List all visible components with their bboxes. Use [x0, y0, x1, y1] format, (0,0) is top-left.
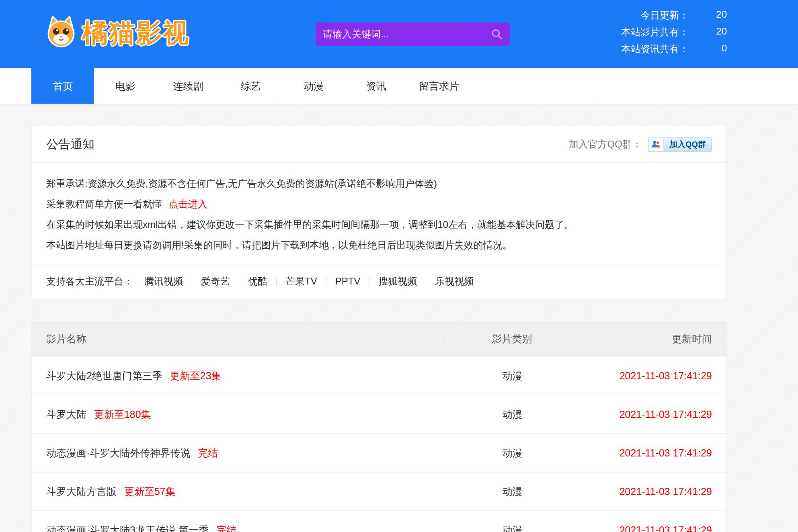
movie-title-link[interactable]: 斗罗大陆 — [46, 409, 86, 420]
search-icon[interactable] — [491, 28, 503, 40]
movie-update-time: 2021-11-03 17:41:29 — [579, 447, 712, 459]
stat-label: 本站影片共有： — [621, 26, 689, 39]
table-header: 影片名称 影片类别 更新时间 — [32, 322, 726, 356]
platform-row: 支持各大主流平台： 腾讯视频 爱奇艺 优酷 芒果TV PPTV 搜狐视频 乐视视… — [32, 264, 726, 298]
stat-today-updates: 今日更新： 20 — [598, 9, 727, 22]
nav-item-home[interactable]: 首页 — [31, 68, 94, 104]
notice-title: 公告通知 — [46, 136, 94, 153]
stat-value: 20 — [689, 9, 727, 22]
divider — [426, 277, 426, 286]
header-update-time: 更新时间 — [579, 332, 712, 346]
notice-line: 郑重承诺:资源永久免费,资源不含任何广告,无广告永久免费的资源站(承诺绝不影响用… — [46, 173, 712, 194]
nav-item-movies[interactable]: 电影 — [94, 68, 157, 104]
stat-label: 本站资讯共有： — [621, 43, 689, 55]
table-row: 斗罗大陆 更新至180集 动漫 2021-11-03 17:41:29 — [32, 395, 726, 433]
divider — [369, 277, 369, 286]
platform-link-youku[interactable]: 优酷 — [248, 275, 267, 288]
collection-tutorial-link[interactable]: 点击进入 — [169, 198, 207, 209]
nav-item-series[interactable]: 连续剧 — [157, 68, 220, 104]
table-row: 斗罗大陆2绝世唐门第三季 更新至23集 动漫 2021-11-03 17:41:… — [32, 356, 726, 395]
logo-text: 橘猫影视 — [82, 16, 190, 51]
qq-button-label: 加入QQ群 — [664, 137, 712, 151]
movie-status: 完结 — [198, 447, 218, 458]
movie-status: 更新至23集 — [170, 370, 222, 381]
join-qq-button[interactable]: 加入QQ群 — [648, 137, 712, 151]
stat-value: 20 — [689, 26, 727, 39]
notice-body: 郑重承诺:资源永久免费,资源不含任何广告,无广告永久免费的资源站(承诺绝不影响用… — [32, 163, 726, 264]
search-bar — [316, 23, 510, 46]
movie-title-link[interactable]: 动态漫画·斗罗大陆3龙王传说 第一季 — [46, 524, 209, 532]
platform-link-mgtv[interactable]: 芒果TV — [285, 275, 317, 288]
stat-value: 0 — [689, 43, 727, 55]
platform-link-iqiyi[interactable]: 爱奇艺 — [201, 275, 230, 288]
movie-category: 动漫 — [445, 408, 579, 421]
movie-status: 更新至57集 — [124, 486, 176, 497]
table-row: 动态漫画·斗罗大陆外传神界传说 完结 动漫 2021-11-03 17:41:2… — [32, 433, 726, 472]
stat-label: 今日更新： — [640, 9, 689, 22]
nav-item-anime[interactable]: 动漫 — [282, 68, 345, 104]
movie-title-link[interactable]: 动态漫画·斗罗大陆外传神界传说 — [46, 447, 190, 458]
cat-logo-icon — [43, 14, 79, 51]
movie-category: 动漫 — [445, 369, 579, 383]
header-movie-category: 影片类别 — [445, 332, 579, 346]
movie-category: 动漫 — [445, 446, 579, 460]
main-nav: 首页 电影 连续剧 综艺 动漫 资讯 留言求片 — [0, 68, 798, 104]
nav-item-variety[interactable]: 综艺 — [220, 68, 282, 104]
platforms-label: 支持各大主流平台： — [46, 275, 133, 288]
notice-line: 本站图片地址每日更换请勿调用!采集的同时，请把图片下载到本地，以免杜绝日后出现类… — [46, 235, 712, 255]
table-row: 动态漫画·斗罗大陆3龙王传说 第一季 完结 动漫 2021-11-03 17:4… — [32, 510, 726, 532]
nav-item-request[interactable]: 留言求片 — [408, 68, 470, 104]
platform-link-tencent[interactable]: 腾讯视频 — [144, 275, 183, 288]
site-header: 橘猫影视 今日更新： 20 本站影片共有： 20 本站资讯共有： 0 — [0, 0, 798, 68]
search-input[interactable] — [323, 29, 491, 40]
notice-line-text: 采集教程简单方便一看就懂 — [46, 198, 162, 209]
platform-link-sohu[interactable]: 搜狐视频 — [378, 275, 417, 288]
qq-group-label: 加入官方QQ群： — [569, 138, 642, 151]
notice-line: 采集教程简单方便一看就懂 点击进入 — [46, 194, 712, 214]
nav-item-news[interactable]: 资讯 — [345, 68, 408, 104]
divider — [239, 277, 239, 286]
movie-update-time: 2021-11-03 17:41:29 — [579, 486, 712, 497]
movie-update-time: 2021-11-03 17:41:29 — [579, 370, 712, 382]
divider — [326, 277, 326, 286]
site-logo[interactable]: 橘猫影视 — [43, 14, 190, 51]
site-stats: 今日更新： 20 本站影片共有： 20 本站资讯共有： 0 — [598, 9, 727, 55]
movie-update-time: 2021-11-03 17:41:29 — [579, 524, 712, 532]
stat-total-movies: 本站影片共有： 20 — [598, 26, 727, 39]
movie-table: 影片名称 影片类别 更新时间 斗罗大陆2绝世唐门第三季 更新至23集 动漫 20… — [31, 321, 727, 532]
qq-group-icon — [648, 137, 664, 151]
table-row: 斗罗大陆方言版 更新至57集 动漫 2021-11-03 17:41:29 — [32, 472, 726, 510]
movie-category: 动漫 — [445, 524, 579, 532]
platform-link-letv[interactable]: 乐视视频 — [435, 275, 474, 288]
stat-total-news: 本站资讯共有： 0 — [598, 43, 727, 55]
header-movie-name: 影片名称 — [46, 332, 445, 346]
movie-update-time: 2021-11-03 17:41:29 — [579, 409, 712, 420]
notice-line: 在采集的时候如果出现xml出错，建议你更改一下采集插件里的采集时间间隔那一项，调… — [46, 214, 712, 235]
movie-status: 更新至180集 — [94, 409, 151, 420]
movie-status: 完结 — [216, 524, 236, 532]
main-content: 公告通知 加入官方QQ群： 加入QQ群 郑重承诺: — [31, 126, 727, 532]
movie-title-link[interactable]: 斗罗大陆2绝世唐门第三季 — [46, 370, 162, 381]
movie-title-link[interactable]: 斗罗大陆方言版 — [46, 486, 117, 497]
divider — [276, 277, 277, 286]
notice-card: 公告通知 加入官方QQ群： 加入QQ群 郑重承诺: — [31, 126, 727, 298]
divider — [192, 277, 192, 286]
movie-category: 动漫 — [445, 485, 579, 498]
platform-link-pptv[interactable]: PPTV — [335, 276, 361, 287]
